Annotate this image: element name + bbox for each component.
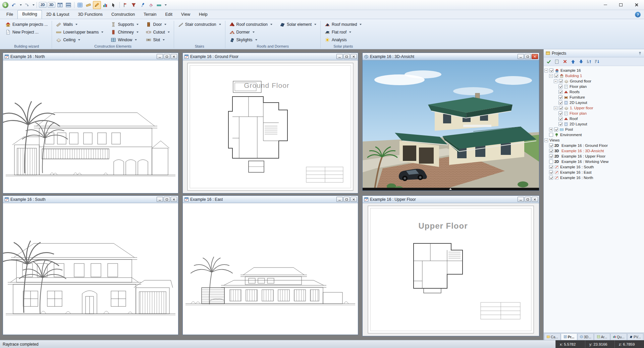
maximize-button[interactable] xyxy=(525,197,531,202)
minimize-button[interactable] xyxy=(336,197,343,202)
upper-floor-plan-canvas[interactable]: Upper Floor xyxy=(363,203,539,336)
dropdown-arrow[interactable] xyxy=(219,24,221,25)
tab-edit[interactable]: Edit xyxy=(161,11,177,19)
flag-icon[interactable] xyxy=(121,1,129,9)
tree-item-gf-furniture[interactable]: Furniture xyxy=(544,95,643,100)
skylights-button[interactable]: Skylights xyxy=(228,36,274,44)
dropdown-arrow[interactable] xyxy=(253,32,255,33)
checkbox[interactable] xyxy=(558,117,562,121)
tree-item-environment[interactable]: Environment xyxy=(544,132,643,137)
minimize-button[interactable] xyxy=(157,54,163,59)
window-titlebar[interactable]: Example 16 : South xyxy=(3,196,178,203)
east-elevation-canvas[interactable] xyxy=(183,203,358,335)
dropdown-arrow[interactable] xyxy=(75,24,77,25)
dropdown-arrow[interactable] xyxy=(270,24,272,25)
maximize-button[interactable] xyxy=(164,197,170,202)
checkbox[interactable] xyxy=(554,127,558,131)
checkbox[interactable] xyxy=(549,143,553,148)
checkbox[interactable] xyxy=(558,90,562,94)
tree-item-gf-2d-layout[interactable]: 2D Layout xyxy=(544,100,643,105)
dropdown-arrow[interactable] xyxy=(137,24,139,25)
undo-button[interactable] xyxy=(10,1,18,9)
ceiling-button[interactable]: Ceiling xyxy=(55,36,105,44)
tree-item-uf-2d-layout[interactable]: 2D Layout xyxy=(544,121,643,127)
ruler-icon[interactable] xyxy=(85,1,93,9)
tree-item-views[interactable]: Views xyxy=(544,137,643,143)
dropdown-arrow[interactable] xyxy=(163,39,165,41)
dropdown-arrow[interactable] xyxy=(255,39,257,41)
dropdown-arrow[interactable] xyxy=(168,32,170,33)
slot-button[interactable]: Slot xyxy=(145,36,171,44)
dropdown-arrow[interactable] xyxy=(314,24,316,25)
tab-help[interactable]: Help xyxy=(195,11,212,19)
window-titlebar[interactable]: Example 16 : East xyxy=(183,196,358,203)
tree-view-3d-ansicht[interactable]: 3D Example 16 : 3D-Ansicht xyxy=(544,148,643,154)
minimize-button[interactable] xyxy=(157,197,163,202)
stair-construction-button[interactable]: Stair construction xyxy=(177,20,222,28)
dropdown-arrow[interactable] xyxy=(349,32,351,33)
maximize-button[interactable] xyxy=(164,54,170,59)
checkbox[interactable] xyxy=(549,149,553,153)
checkbox[interactable] xyxy=(549,165,553,169)
window-titlebar[interactable]: Example 16 : North xyxy=(3,53,178,60)
window-titlebar[interactable]: Example 16 : Upper Floor xyxy=(363,196,539,203)
solar-element-button[interactable]: Solar element xyxy=(278,20,318,28)
checkbox[interactable] xyxy=(549,154,553,158)
cascade-windows-icon[interactable] xyxy=(64,1,72,9)
dropdown-arrow[interactable] xyxy=(360,24,362,25)
checkbox[interactable] xyxy=(558,101,562,105)
view-3d-button[interactable]: 3D xyxy=(47,1,56,9)
tile-windows-icon[interactable] xyxy=(56,1,64,9)
dropdown-arrow[interactable] xyxy=(137,32,139,33)
redo-dropdown[interactable] xyxy=(31,1,35,9)
lower-upper-beams-button[interactable]: Lower/upper beams xyxy=(55,28,105,36)
close-button[interactable] xyxy=(351,54,357,59)
cutout-button[interactable]: Cutout xyxy=(145,28,171,36)
tree-view-east[interactable]: Example 16 : East xyxy=(544,170,643,175)
checkbox[interactable] xyxy=(558,84,562,89)
close-button[interactable] xyxy=(171,197,177,202)
panel-tab-projects[interactable]: Pr... xyxy=(561,333,577,340)
close-button[interactable] xyxy=(532,54,538,59)
app-close-button[interactable] xyxy=(629,0,644,10)
toolbar-options-dropdown[interactable] xyxy=(163,1,167,9)
window-titlebar[interactable]: Example 16 : 3D-Ansicht xyxy=(363,53,539,60)
dropdown-arrow[interactable] xyxy=(78,39,80,41)
tab-file[interactable]: File xyxy=(2,11,17,19)
filter-funnel-icon[interactable] xyxy=(130,1,138,9)
walls-button[interactable]: Walls xyxy=(55,20,105,28)
undo-dropdown[interactable] xyxy=(18,1,22,9)
app-minimize-button[interactable] xyxy=(598,0,613,10)
expand-icon[interactable] xyxy=(549,128,553,131)
dormer-button[interactable]: Dormer xyxy=(228,28,274,36)
maximize-button[interactable] xyxy=(343,197,350,202)
pointer-icon[interactable] xyxy=(110,1,118,9)
draw-pencil-icon[interactable] xyxy=(93,1,101,9)
tab-building[interactable]: Building xyxy=(17,10,42,19)
dropdown-arrow[interactable] xyxy=(164,24,166,25)
checkbox[interactable] xyxy=(549,176,553,180)
tree-item-ground-floor[interactable]: Ground floor xyxy=(544,78,643,84)
tree-view-north[interactable]: Example 16 : North xyxy=(544,175,643,180)
flat-roof-button[interactable]: Flat roof xyxy=(323,28,363,36)
tree-item-gf-floor-plan[interactable]: Floor plan xyxy=(544,84,643,89)
tree-item-building[interactable]: Building 1 xyxy=(544,73,643,78)
new-project-button[interactable]: New Project ... xyxy=(4,28,49,36)
panel-tab-catalog[interactable]: Ca... xyxy=(544,333,560,340)
app-maximize-button[interactable] xyxy=(613,0,629,10)
tab-view[interactable]: View xyxy=(177,11,195,19)
window-titlebar[interactable]: Example 16 : Ground Floor xyxy=(183,53,358,60)
delete-icon[interactable] xyxy=(561,58,568,65)
checkbox[interactable] xyxy=(549,160,553,164)
checkbox[interactable] xyxy=(549,133,553,137)
move-down-icon[interactable] xyxy=(578,58,584,65)
roof-mounted-button[interactable]: Roof mounted xyxy=(323,20,363,28)
tree-item-gf-roofs[interactable]: Roofs xyxy=(544,89,643,95)
sort-descending-icon[interactable] xyxy=(594,58,600,65)
close-button[interactable] xyxy=(351,197,357,202)
tab-2d-layout[interactable]: 2D & Layout xyxy=(42,11,74,19)
tree-item-upper-floor[interactable]: 1. Upper floor xyxy=(544,105,643,111)
apply-check-icon[interactable] xyxy=(545,58,552,65)
minimize-button[interactable] xyxy=(518,54,524,59)
chart-columns-icon[interactable] xyxy=(101,1,109,9)
